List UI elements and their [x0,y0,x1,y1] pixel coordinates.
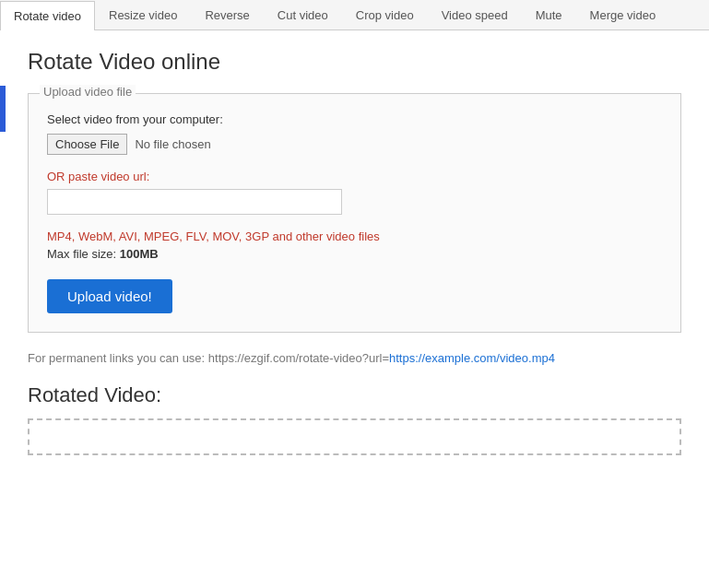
tab-resize-video[interactable]: Resize video [95,0,191,29]
upload-button[interactable]: Upload video! [47,279,172,313]
maxsize-label: Max file size: [47,247,116,261]
file-input-row: Choose File No file chosen [47,134,662,155]
no-file-text: No file chosen [135,137,210,151]
select-video-label: Select video from your computer: [47,112,662,126]
url-input[interactable] [47,189,342,215]
rotated-video-title: Rotated Video: [28,383,681,407]
tab-rotate-video[interactable]: Rotate video [0,1,95,30]
tab-cut-video[interactable]: Cut video [264,0,342,29]
upload-box-legend: Upload video file [40,85,136,99]
tab-merge-video[interactable]: Merge video [576,0,670,29]
tab-crop-video[interactable]: Crop video [342,0,428,29]
maxsize-value: 100MB [120,247,159,261]
permanent-link-url[interactable]: https://example.com/video.mp4 [389,351,555,365]
choose-file-button[interactable]: Choose File [47,134,127,155]
main-content: Rotate Video online Upload video file Se… [0,30,709,474]
rotated-video-box [28,418,681,455]
tab-mute[interactable]: Mute [522,0,576,29]
tab-video-speed[interactable]: Video speed [428,0,522,29]
permanent-link-text: For permanent links you can use: https:/… [28,351,389,365]
maxsize-text: Max file size: 100MB [47,247,662,261]
permanent-link-notice: For permanent links you can use: https:/… [28,351,681,365]
formats-text: MP4, WebM, AVI, MPEG, FLV, MOV, 3GP and … [47,229,662,243]
page-title: Rotate Video online [28,49,681,75]
upload-box: Upload video file Select video from your… [28,93,681,333]
sidebar-accent [0,86,6,132]
tab-bar: Rotate video Resize video Reverse Cut vi… [0,0,709,30]
tab-reverse[interactable]: Reverse [191,0,263,29]
or-paste-label: OR paste video url: [47,170,662,183]
